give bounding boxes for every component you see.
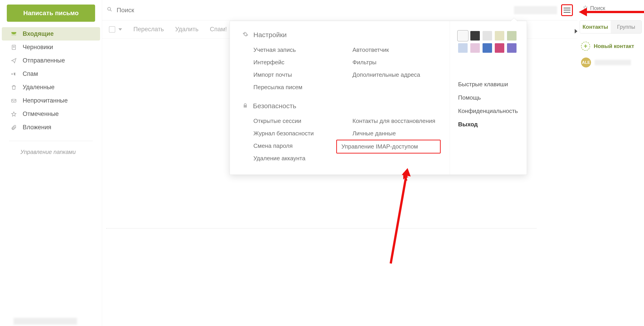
avatar: ALE bbox=[581, 58, 591, 68]
chevron-down-icon bbox=[118, 28, 122, 30]
security-link-personal[interactable]: Личные данные bbox=[342, 127, 441, 140]
theme-swatch[interactable] bbox=[470, 31, 480, 40]
heading-text: Настройки bbox=[254, 31, 287, 39]
sidebar-item-label: Входящие bbox=[23, 30, 54, 37]
spam-action[interactable]: Спам! bbox=[210, 26, 227, 33]
divider bbox=[9, 141, 93, 141]
sidebar-item-sent[interactable]: Отправленные bbox=[0, 54, 102, 67]
theme-swatch[interactable] bbox=[458, 43, 468, 53]
link-shortcuts[interactable]: Быстрые клавиши bbox=[458, 78, 518, 91]
security-link-log[interactable]: Журнал безопасности bbox=[242, 127, 342, 140]
contacts-search-input[interactable] bbox=[590, 5, 644, 11]
attach-icon bbox=[10, 124, 17, 131]
theme-swatches bbox=[458, 31, 517, 53]
settings-menu-button[interactable] bbox=[561, 4, 573, 16]
settings-link-account[interactable]: Учетная запись bbox=[242, 44, 342, 56]
search-box[interactable] bbox=[107, 6, 514, 14]
theme-swatch[interactable] bbox=[495, 43, 504, 53]
settings-link-filters[interactable]: Фильтры bbox=[342, 56, 441, 68]
svg-rect-3 bbox=[12, 99, 16, 102]
sidebar-item-attachments[interactable]: Вложения bbox=[0, 121, 102, 134]
settings-link-autoreply[interactable]: Автоответчик bbox=[342, 44, 441, 56]
sidebar-item-drafts[interactable]: Черновики bbox=[0, 40, 102, 54]
security-link-imap[interactable]: Управление IMAP-доступом bbox=[336, 140, 441, 154]
contacts-search-row: ↓↑ bbox=[579, 4, 644, 15]
sent-icon bbox=[10, 57, 17, 64]
sidebar-item-label: Удаленные bbox=[23, 84, 54, 91]
svg-line-5 bbox=[110, 10, 112, 11]
lock-icon bbox=[242, 102, 248, 110]
security-link-recovery[interactable]: Контакты для восстановления bbox=[342, 115, 441, 127]
sidebar-item-unread[interactable]: Непрочитанные bbox=[0, 94, 102, 107]
contacts-panel: ↓↑ Контакты Группы + Новый контакт ALE bbox=[579, 0, 644, 68]
divider bbox=[106, 228, 537, 229]
settings-col1: Учетная запись Интерфейс Импорт почты Пе… bbox=[242, 44, 342, 94]
sidebar-item-label: Вложения bbox=[23, 124, 51, 131]
sidebar-item-inbox[interactable]: Входящие bbox=[2, 27, 100, 40]
spam-icon bbox=[10, 71, 17, 78]
gear-icon bbox=[242, 31, 248, 39]
security-link-password[interactable]: Смена пароля bbox=[242, 140, 342, 152]
theme-swatch[interactable] bbox=[458, 31, 468, 40]
annotation-cursor-icon bbox=[403, 172, 410, 183]
dropdown-right-links: Быстрые клавиши Помощь Конфиденциальност… bbox=[458, 78, 518, 131]
security-link-delete-account[interactable]: Удаление аккаунта bbox=[242, 152, 342, 164]
manage-folders-link[interactable]: Управление папками bbox=[0, 149, 102, 155]
sidebar-item-label: Отмеченные bbox=[23, 110, 59, 118]
checkbox-icon bbox=[109, 26, 115, 32]
sidebar-item-label: Отправленные bbox=[23, 57, 65, 64]
link-logout[interactable]: Выход bbox=[458, 118, 518, 131]
theme-swatch[interactable] bbox=[482, 31, 492, 40]
inbox-icon bbox=[10, 30, 17, 37]
user-label[interactable] bbox=[514, 6, 557, 14]
compose-button[interactable]: Написать письмо bbox=[7, 4, 95, 22]
theme-swatch[interactable] bbox=[470, 43, 480, 53]
draft-icon bbox=[10, 44, 17, 51]
collapse-arrow-icon[interactable] bbox=[575, 29, 578, 34]
sidebar-item-trash[interactable]: Удаленные bbox=[0, 80, 102, 94]
settings-link-aliases[interactable]: Дополнительные адреса bbox=[342, 68, 441, 81]
contact-name bbox=[595, 60, 631, 65]
settings-heading: Настройки bbox=[242, 31, 441, 39]
theme-swatch[interactable] bbox=[482, 43, 492, 53]
theme-swatch[interactable] bbox=[495, 31, 504, 40]
link-privacy[interactable]: Конфиденциальность bbox=[458, 104, 518, 118]
settings-col2: Автоответчик Фильтры Дополнительные адре… bbox=[342, 44, 441, 94]
unread-icon bbox=[10, 97, 17, 104]
sidebar-item-starred[interactable]: Отмеченные bbox=[0, 107, 102, 121]
link-help[interactable]: Помощь bbox=[458, 91, 518, 104]
security-link-sessions[interactable]: Открытые сессии bbox=[242, 115, 342, 127]
select-all[interactable] bbox=[109, 26, 122, 32]
security-col1: Открытые сессии Журнал безопасности Смен… bbox=[242, 115, 342, 164]
settings-link-import[interactable]: Импорт почты bbox=[242, 68, 342, 81]
trash-icon bbox=[10, 84, 17, 91]
svg-point-4 bbox=[108, 7, 110, 10]
forward-action[interactable]: Переслать bbox=[133, 26, 164, 33]
security-col2: Контакты для восстановления Личные данны… bbox=[342, 115, 441, 164]
dropdown-right: Быстрые клавиши Помощь Конфиденциальност… bbox=[450, 21, 527, 174]
theme-swatch[interactable] bbox=[507, 43, 516, 53]
settings-link-forwarding[interactable]: Пересылка писем bbox=[242, 81, 342, 94]
contact-row[interactable]: ALE bbox=[581, 58, 644, 68]
sidebar-item-spam[interactable]: Спам bbox=[0, 67, 102, 80]
tab-groups[interactable]: Группы bbox=[611, 20, 642, 33]
new-contact-label: Новый контакт bbox=[594, 43, 634, 49]
sidebar-item-label: Спам bbox=[23, 70, 38, 78]
search-input[interactable] bbox=[116, 6, 184, 14]
delete-action[interactable]: Удалить bbox=[175, 26, 198, 33]
annotation-arrow bbox=[586, 11, 644, 13]
tab-contacts[interactable]: Контакты bbox=[580, 20, 611, 33]
settings-link-interface[interactable]: Интерфейс bbox=[242, 56, 342, 68]
contacts-tabs: Контакты Группы bbox=[580, 20, 642, 34]
sidebar-item-label: Непрочитанные bbox=[23, 97, 68, 104]
star-icon bbox=[10, 111, 17, 118]
theme-swatch[interactable] bbox=[507, 31, 516, 40]
search-icon bbox=[107, 6, 112, 14]
new-contact-button[interactable]: + Новый контакт bbox=[581, 42, 644, 51]
plus-icon: + bbox=[581, 42, 590, 51]
settings-dropdown: Настройки Учетная запись Интерфейс Импор… bbox=[230, 21, 527, 175]
hamburger-icon bbox=[564, 8, 570, 13]
dropdown-left: Настройки Учетная запись Интерфейс Импор… bbox=[230, 21, 450, 174]
left-sidebar: Написать письмо Входящие Черновики Отпра… bbox=[0, 0, 102, 326]
footer-links[interactable] bbox=[14, 318, 77, 325]
